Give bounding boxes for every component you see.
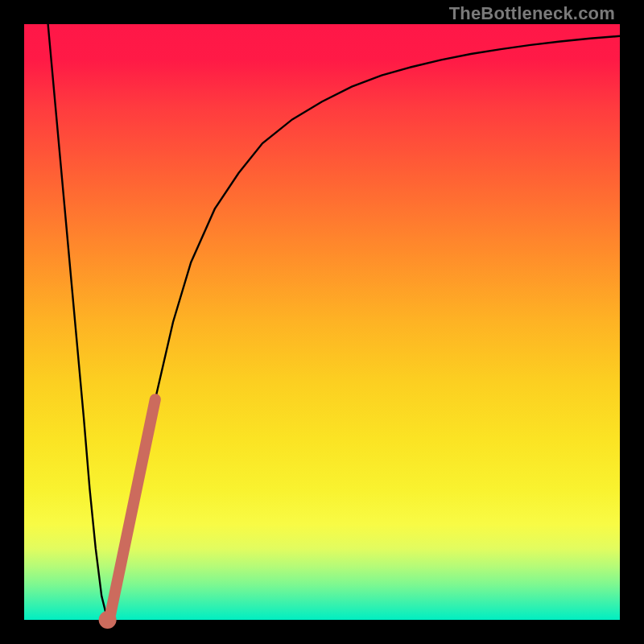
watermark-text: TheBottleneck.com (449, 3, 615, 24)
plot-area (24, 24, 620, 620)
chart-frame: TheBottleneck.com (0, 0, 644, 644)
minimum-point-marker (99, 611, 117, 629)
bottleneck-curve (48, 24, 620, 620)
chart-svg (24, 24, 620, 620)
accent-segment (110, 399, 155, 613)
